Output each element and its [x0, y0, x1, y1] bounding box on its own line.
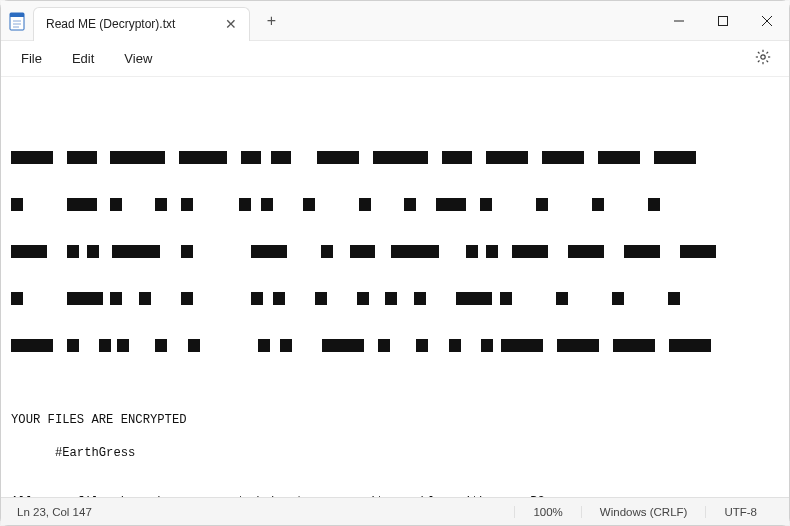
ascii-banner — [11, 118, 779, 386]
close-tab-icon[interactable]: ✕ — [225, 17, 237, 31]
menu-view[interactable]: View — [112, 47, 164, 70]
notepad-icon — [1, 11, 33, 31]
svg-point-9 — [761, 55, 765, 59]
status-eol: Windows (CRLF) — [581, 506, 706, 518]
text-area[interactable]: YOUR FILES ARE ENCRYPTED #EarthGress All… — [1, 77, 789, 497]
menu-edit[interactable]: Edit — [60, 47, 106, 70]
status-encoding: UTF-8 — [705, 506, 775, 518]
maximize-button[interactable] — [701, 1, 745, 41]
svg-line-16 — [767, 52, 769, 54]
menubar: File Edit View — [1, 41, 789, 77]
tab-title: Read ME (Decryptor).txt — [46, 17, 175, 31]
titlebar: Read ME (Decryptor).txt ✕ + — [1, 1, 789, 41]
statusbar: Ln 23, Col 147 100% Windows (CRLF) UTF-8 — [1, 497, 789, 525]
body-line: YOUR FILES ARE ENCRYPTED — [11, 412, 779, 428]
minimize-button[interactable] — [657, 1, 701, 41]
svg-rect-6 — [719, 16, 728, 25]
svg-rect-1 — [10, 13, 24, 17]
new-tab-button[interactable]: + — [256, 6, 286, 36]
tab-active[interactable]: Read ME (Decryptor).txt ✕ — [33, 7, 250, 41]
svg-line-15 — [767, 61, 769, 63]
menu-file[interactable]: File — [9, 47, 54, 70]
status-position: Ln 23, Col 147 — [15, 506, 514, 518]
svg-line-17 — [758, 61, 760, 63]
status-zoom[interactable]: 100% — [514, 506, 580, 518]
body-line: #EarthGress — [11, 445, 779, 461]
notepad-window: Read ME (Decryptor).txt ✕ + File Edit Vi… — [0, 0, 790, 526]
svg-line-14 — [758, 52, 760, 54]
close-window-button[interactable] — [745, 1, 789, 41]
settings-button[interactable] — [745, 45, 781, 72]
